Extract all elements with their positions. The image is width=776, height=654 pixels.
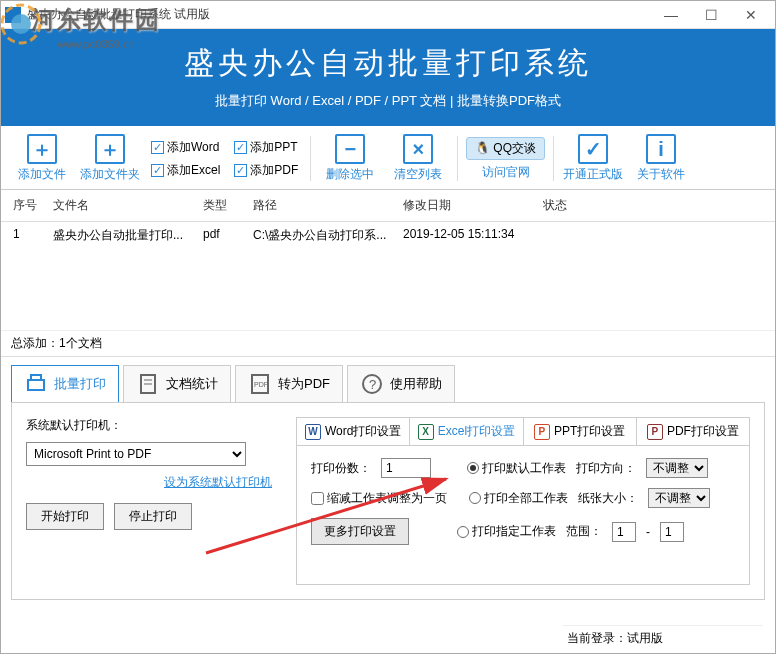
header-title: 盛央办公自动批量打印系统 [1, 43, 775, 84]
summary-label: 总添加：1个文档 [1, 330, 775, 357]
titlebar: 盛央办公自动批量打印系统 试用版 — ☐ ✕ [1, 1, 775, 29]
table-row[interactable]: 1 盛央办公自动批量打印... pdf C:\盛央办公自动打印系... 2019… [1, 222, 775, 249]
status-bar: 当前登录：试用版 [563, 625, 763, 651]
activate-icon: ✓ [578, 134, 608, 164]
add-folder-button[interactable]: ＋ 添加文件夹 [79, 134, 141, 183]
printer-panel: 系统默认打印机： Microsoft Print to PDF 设为系统默认打印… [26, 417, 276, 585]
range-from-input[interactable] [612, 522, 636, 542]
close-button[interactable]: ✕ [731, 1, 771, 29]
header-subtitle: 批量打印 Word / Excel / PDF / PPT 文档 | 批量转换P… [1, 92, 775, 110]
printer-select[interactable]: Microsoft Print to PDF [26, 442, 246, 466]
range-label: 范围： [566, 523, 602, 540]
add-file-icon: ＋ [27, 134, 57, 164]
size-select[interactable]: 不调整 [648, 488, 710, 508]
svg-rect-2 [5, 7, 21, 23]
stop-print-button[interactable]: 停止打印 [114, 503, 192, 530]
settings-subtabs: WWord打印设置 XExcel打印设置 PPPT打印设置 PPDF打印设置 [297, 418, 749, 446]
copies-label: 打印份数： [311, 460, 371, 477]
document-icon [136, 372, 160, 396]
subtab-word[interactable]: WWord打印设置 [297, 418, 410, 445]
toolbar: ＋ 添加文件 ＋ 添加文件夹 ✓添加Word ✓添加Excel ✓添加PPT ✓… [1, 126, 775, 190]
table-header: 序号 文件名 类型 路径 修改日期 状态 [1, 190, 775, 222]
tab-batch-print[interactable]: 批量打印 [11, 365, 119, 402]
delete-selected-button[interactable]: − 删除选中 [319, 134, 381, 183]
window-title: 盛央办公自动批量打印系统 试用版 [27, 6, 651, 23]
qq-chat-button[interactable]: 🐧QQ交谈 [466, 137, 545, 160]
clear-list-button[interactable]: × 清空列表 [387, 134, 449, 183]
pdf-icon: PDF [248, 372, 272, 396]
start-print-button[interactable]: 开始打印 [26, 503, 104, 530]
range-to-input[interactable] [660, 522, 684, 542]
excel-icon: X [418, 424, 434, 440]
fit-page-checkbox[interactable]: 缩减工作表调整为一页 [311, 490, 447, 507]
chk-word[interactable]: ✓添加Word [151, 139, 220, 156]
delete-icon: − [335, 134, 365, 164]
app-header: 盛央办公自动批量打印系统 批量打印 Word / Excel / PDF / P… [1, 29, 775, 126]
tab-content: 系统默认打印机： Microsoft Print to PDF 设为系统默认打印… [11, 402, 765, 600]
add-file-button[interactable]: ＋ 添加文件 [11, 134, 73, 183]
app-icon [5, 7, 21, 23]
activate-button[interactable]: ✓ 开通正式版 [562, 134, 624, 183]
official-link[interactable]: 访问官网 [482, 164, 530, 181]
subtab-excel[interactable]: XExcel打印设置 [410, 418, 523, 445]
file-table: 序号 文件名 类型 路径 修改日期 状态 1 盛央办公自动批量打印... pdf… [1, 190, 775, 330]
subtab-pdf[interactable]: PPDF打印设置 [637, 418, 749, 445]
main-tabs: 批量打印 文档统计 PDF 转为PDF ? 使用帮助 [1, 357, 775, 402]
excel-settings: 打印份数： 打印默认工作表 打印方向： 不调整 缩减工作表调整为一页 打印全部工… [297, 446, 749, 567]
add-folder-icon: ＋ [95, 134, 125, 164]
clear-icon: × [403, 134, 433, 164]
tab-help[interactable]: ? 使用帮助 [347, 365, 455, 402]
radio-range-sheets[interactable]: 打印指定工作表 [457, 523, 556, 540]
tab-doc-stats[interactable]: 文档统计 [123, 365, 231, 402]
set-default-link[interactable]: 设为系统默认打印机 [164, 475, 272, 489]
chk-ppt[interactable]: ✓添加PPT [234, 139, 298, 156]
printer-icon [24, 372, 48, 396]
word-icon: W [305, 424, 321, 440]
size-label: 纸张大小： [578, 490, 638, 507]
more-settings-button[interactable]: 更多打印设置 [311, 518, 409, 545]
copies-input[interactable] [381, 458, 431, 478]
minimize-button[interactable]: — [651, 1, 691, 29]
chk-excel[interactable]: ✓添加Excel [151, 162, 220, 179]
radio-default-sheet[interactable]: 打印默认工作表 [467, 460, 566, 477]
maximize-button[interactable]: ☐ [691, 1, 731, 29]
chk-pdf[interactable]: ✓添加PDF [234, 162, 298, 179]
print-settings-panel: WWord打印设置 XExcel打印设置 PPPT打印设置 PPDF打印设置 打… [296, 417, 750, 585]
help-icon: ? [360, 372, 384, 396]
svg-rect-4 [31, 375, 41, 380]
radio-all-sheets[interactable]: 打印全部工作表 [469, 490, 568, 507]
subtab-ppt[interactable]: PPPT打印设置 [524, 418, 637, 445]
svg-text:PDF: PDF [254, 381, 268, 388]
about-icon: i [646, 134, 676, 164]
printer-label: 系统默认打印机： [26, 417, 276, 434]
pdf-file-icon: P [647, 424, 663, 440]
ppt-icon: P [534, 424, 550, 440]
qq-icon: 🐧 [475, 141, 490, 155]
tab-to-pdf[interactable]: PDF 转为PDF [235, 365, 343, 402]
orient-label: 打印方向： [576, 460, 636, 477]
about-button[interactable]: i 关于软件 [630, 134, 692, 183]
svg-text:?: ? [369, 377, 376, 392]
svg-rect-3 [28, 380, 44, 390]
orient-select[interactable]: 不调整 [646, 458, 708, 478]
